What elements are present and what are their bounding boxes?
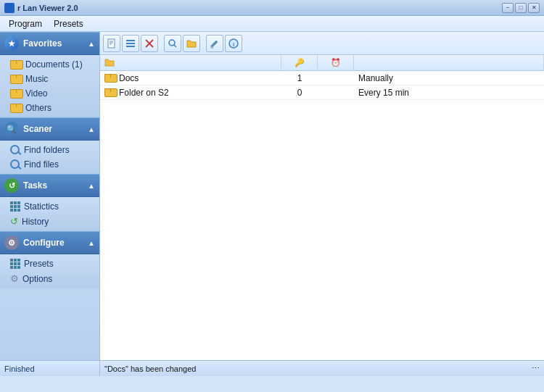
tasks-collapse-icon: ▲ [88,182,95,190]
menu-presets[interactable]: Presets [48,17,89,30]
main-layout: ★ Favorites ▲ Documents (1) Music Video … [0,32,544,360]
close-button[interactable]: ✕ [528,3,540,13]
sidebar-item-video[interactable]: Video [0,86,99,101]
svg-rect-5 [126,43,135,44]
favorites-icon: ★ [4,36,19,51]
sidebar: ★ Favorites ▲ Documents (1) Music Video … [0,32,100,360]
row-docs-sync: Manually [354,72,470,84]
svg-point-9 [169,40,175,46]
status-text: Finished [4,364,35,373]
row-docs-name: Docs [100,72,281,84]
statictics-icon [10,201,20,212]
favorites-label: Favorites [23,38,62,49]
find-files-label: Find files [24,159,59,170]
music-folder-icon [10,75,22,84]
documents-label: Documents (1) [25,59,83,70]
row-folder-count: 0 [281,87,318,99]
configure-items: Presets ⚙ Options [0,254,99,288]
favorites-icon-shape: ★ [4,36,19,51]
col-header-name[interactable] [100,55,281,70]
sidebar-section-favorites[interactable]: ★ Favorites ▲ [0,32,99,55]
configure-label: Configure [23,238,65,248]
table-row[interactable]: Folder on S2 0 Every 15 min [100,86,544,100]
tasks-items: Statictics ↺ History [0,197,99,231]
minimize-button[interactable]: − [502,3,514,13]
svg-rect-0 [108,39,115,48]
row-folder-key [318,92,354,93]
scaner-icon: 🔍 [4,122,19,136]
row-docs-extra [470,78,544,79]
sidebar-item-music[interactable]: Music [0,72,99,86]
scaner-items: Find folders Find files [0,141,99,174]
row-docs-count: 1 [281,72,318,84]
table-row[interactable]: Docs 1 Manually [100,71,544,86]
sidebar-item-statictics[interactable]: Statictics [0,199,99,214]
search-button[interactable] [164,35,181,52]
new-document-button[interactable] [103,35,120,52]
svg-rect-6 [126,46,135,47]
content-area: i 🔑 ⏰ Docs [100,32,544,360]
info-button[interactable]: i [225,35,242,52]
music-label: Music [25,74,48,84]
window-title: r Lan Viewer 2.0 [17,4,78,12]
scaner-label: Scaner [23,124,52,134]
edit-button[interactable] [206,35,223,52]
col-header-count[interactable]: 🔑 [281,55,318,70]
sidebar-section-tasks[interactable]: ↺ Tasks ▲ [0,174,99,197]
resize-grip-icon: ⋯ [532,364,540,373]
col-header-key[interactable]: ⏰ [318,55,354,70]
find-files-icon [10,159,20,170]
video-folder-icon [10,89,22,99]
list-view-button[interactable] [122,35,139,52]
options-icon: ⚙ [10,273,19,284]
title-bar-left: r Lan Viewer 2.0 [4,3,78,13]
svg-rect-4 [126,40,135,41]
sidebar-item-options[interactable]: ⚙ Options [0,271,99,286]
others-folder-icon [10,104,22,113]
documents-folder-icon [10,60,22,70]
favorites-collapse-icon: ▲ [88,40,95,48]
configure-icon: ⚙ [4,235,19,250]
sidebar-item-presets[interactable]: Presets [0,257,99,271]
docs-folder-icon [104,74,116,83]
video-label: Video [25,88,47,99]
file-list-header: 🔑 ⏰ [100,55,544,71]
sidebar-item-others[interactable]: Others [0,101,99,115]
others-label: Others [25,103,51,113]
sidebar-item-find-files[interactable]: Find files [0,157,99,172]
sidebar-section-configure[interactable]: ⚙ Configure ▲ [0,231,99,254]
folder-s2-icon [104,88,116,97]
tasks-icon-shape: ↺ [4,178,19,193]
toolbar: i [100,32,544,55]
status-left: Finished [0,361,100,376]
clock-icon: ⏰ [331,58,341,67]
scaner-collapse-icon: ▲ [88,125,95,133]
row-docs-key [318,78,354,79]
sidebar-item-find-folders[interactable]: Find folders [0,143,99,157]
status-right: "Docs" has been changed ⋯ [100,364,544,373]
file-list-body: Docs 1 Manually Folder on S2 0 Every 15 … [100,71,544,360]
configure-collapse-icon: ▲ [88,239,95,247]
count-icon: 🔑 [294,58,305,67]
row-folder-extra [470,92,544,93]
svg-text:i: i [233,41,234,48]
svg-line-10 [174,45,176,47]
history-icon: ↺ [10,216,18,227]
options-label: Options [22,274,52,284]
menu-program[interactable]: Program [3,17,48,30]
status-message: "Docs" has been changed [104,364,196,373]
maximize-button[interactable]: □ [515,3,527,13]
row-folder-name: Folder on S2 [100,87,281,99]
title-bar: r Lan Viewer 2.0 − □ ✕ [0,0,544,16]
statictics-label: Statictics [24,201,59,212]
folder-button[interactable] [183,35,200,52]
delete-button[interactable] [141,35,158,52]
sidebar-section-scaner[interactable]: 🔍 Scaner ▲ [0,117,99,141]
row-folder-sync: Every 15 min [354,87,470,99]
status-bar: Finished "Docs" has been changed ⋯ [0,360,544,376]
app-icon [4,3,15,13]
sidebar-item-history[interactable]: ↺ History [0,214,99,229]
sidebar-item-documents[interactable]: Documents (1) [0,57,99,72]
find-folders-label: Find folders [24,145,70,155]
col-header-extra[interactable] [354,55,544,70]
